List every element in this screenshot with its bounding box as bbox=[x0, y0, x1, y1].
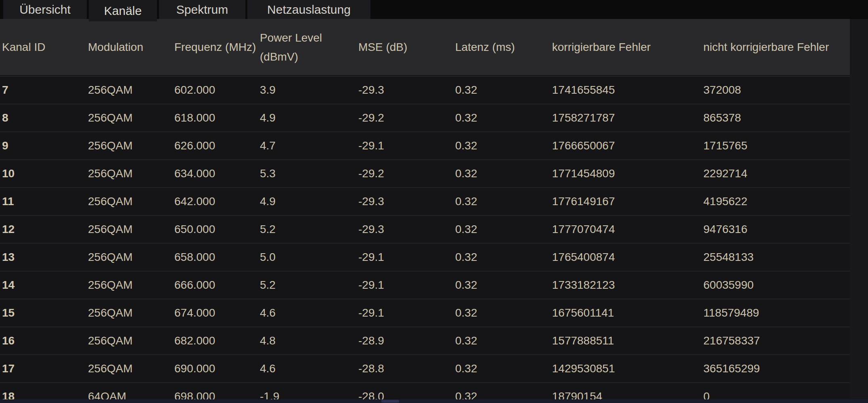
table-row: 13 256QAM 658.000 5.0 -29.1 0.32 1765400… bbox=[0, 243, 850, 271]
tab-bar: Übersicht Kanäle Spektrum Netzauslastung bbox=[0, 0, 868, 19]
cell-korrigierbare-fehler: 1771454809 bbox=[552, 167, 703, 180]
cell-korrigierbare-fehler: 1675601141 bbox=[552, 306, 703, 319]
table-row: 7 256QAM 602.000 3.9 -29.3 0.32 17416558… bbox=[0, 76, 850, 104]
cell-kanal-id: 17 bbox=[2, 362, 88, 375]
cell-korrigierbare-fehler: 1766650067 bbox=[552, 139, 703, 152]
cell-kanal-id: 12 bbox=[2, 223, 88, 236]
cell-latenz: 0.32 bbox=[455, 334, 552, 347]
column-header-power-level-dbmv: Power Level(dBmV) bbox=[260, 28, 358, 66]
cell-latenz: 0.32 bbox=[455, 306, 552, 319]
cell-mse: -29.1 bbox=[358, 251, 455, 264]
cell-latenz: 0.32 bbox=[455, 223, 552, 236]
cell-kanal-id: 15 bbox=[2, 306, 88, 319]
cell-nicht-korrigierbare-fehler: 2292714 bbox=[703, 167, 850, 180]
cell-nicht-korrigierbare-fehler: 865378 bbox=[703, 111, 850, 124]
cell-korrigierbare-fehler: 1758271787 bbox=[552, 111, 703, 124]
tab-uebersicht[interactable]: Übersicht bbox=[3, 0, 87, 19]
cell-power-level: 4.9 bbox=[260, 195, 358, 208]
table-row: 15 256QAM 674.000 4.6 -29.1 0.32 1675601… bbox=[0, 299, 850, 327]
cell-power-level: 4.6 bbox=[260, 306, 358, 319]
cell-modulation: 256QAM bbox=[88, 362, 174, 375]
table-row: 14 256QAM 666.000 5.2 -29.1 0.32 1733182… bbox=[0, 271, 850, 299]
tab-netzauslastung[interactable]: Netzauslastung bbox=[247, 0, 370, 19]
column-header-frequenz-mhz: Frequenz (MHz) bbox=[174, 38, 260, 57]
table-body: 7 256QAM 602.000 3.9 -29.3 0.32 17416558… bbox=[0, 76, 850, 403]
cell-nicht-korrigierbare-fehler: 60035990 bbox=[703, 279, 850, 292]
horizontal-scrollbar-thumb[interactable] bbox=[381, 400, 399, 403]
cell-power-level: 4.8 bbox=[260, 334, 358, 347]
cell-mse: -29.3 bbox=[358, 223, 455, 236]
cell-modulation: 256QAM bbox=[88, 139, 174, 152]
cell-frequenz: 658.000 bbox=[174, 251, 260, 264]
cell-frequenz: 666.000 bbox=[174, 279, 260, 292]
cell-power-level: 5.3 bbox=[260, 167, 358, 180]
column-header-latenz-ms: Latenz (ms) bbox=[455, 38, 552, 57]
cell-frequenz: 674.000 bbox=[174, 306, 260, 319]
cell-nicht-korrigierbare-fehler: 372008 bbox=[703, 84, 850, 97]
cell-modulation: 256QAM bbox=[88, 195, 174, 208]
cell-mse: -28.8 bbox=[358, 362, 455, 375]
cell-latenz: 0.32 bbox=[455, 84, 552, 97]
cell-korrigierbare-fehler: 1577888511 bbox=[552, 334, 703, 347]
cell-modulation: 256QAM bbox=[88, 251, 174, 264]
cell-power-level: 4.7 bbox=[260, 139, 358, 152]
cell-power-level: 4.9 bbox=[260, 111, 358, 124]
cell-nicht-korrigierbare-fehler: 365165299 bbox=[703, 362, 850, 375]
cell-korrigierbare-fehler: 1776149167 bbox=[552, 195, 703, 208]
cell-latenz: 0.32 bbox=[455, 167, 552, 180]
tab-label: Netzauslastung bbox=[267, 3, 351, 17]
cell-mse: -29.3 bbox=[358, 195, 455, 208]
cell-mse: -29.3 bbox=[358, 84, 455, 97]
cell-mse: -29.2 bbox=[358, 111, 455, 124]
cell-modulation: 256QAM bbox=[88, 334, 174, 347]
cell-power-level: 5.2 bbox=[260, 279, 358, 292]
cell-nicht-korrigierbare-fehler: 1715765 bbox=[703, 139, 850, 152]
cell-power-level: 3.9 bbox=[260, 84, 358, 97]
cell-korrigierbare-fehler: 1765400874 bbox=[552, 251, 703, 264]
channel-table: Kanal ID Modulation Frequenz (MHz) Power… bbox=[0, 19, 850, 403]
cell-korrigierbare-fehler: 1741655845 bbox=[552, 84, 703, 97]
cell-latenz: 0.32 bbox=[455, 251, 552, 264]
cell-frequenz: 634.000 bbox=[174, 167, 260, 180]
tab-spektrum[interactable]: Spektrum bbox=[159, 0, 245, 19]
column-header-korrigierbare-fehler: korrigierbare Fehler bbox=[552, 38, 703, 57]
table-row: 16 256QAM 682.000 4.8 -28.9 0.32 1577888… bbox=[0, 327, 850, 355]
cell-nicht-korrigierbare-fehler: 216758337 bbox=[703, 334, 850, 347]
column-header-modulation: Modulation bbox=[88, 38, 174, 57]
cell-kanal-id: 10 bbox=[2, 167, 88, 180]
cell-frequenz: 602.000 bbox=[174, 84, 260, 97]
tab-kanaele[interactable]: Kanäle bbox=[89, 0, 157, 21]
table-row: 11 256QAM 642.000 4.9 -29.3 0.32 1776149… bbox=[0, 187, 850, 215]
horizontal-scrollbar[interactable] bbox=[0, 399, 868, 403]
cell-korrigierbare-fehler: 1777070474 bbox=[552, 223, 703, 236]
cell-modulation: 256QAM bbox=[88, 223, 174, 236]
cell-frequenz: 626.000 bbox=[174, 139, 260, 152]
cell-latenz: 0.32 bbox=[455, 279, 552, 292]
cell-modulation: 256QAM bbox=[88, 306, 174, 319]
cell-power-level: 5.0 bbox=[260, 251, 358, 264]
table-header-row: Kanal ID Modulation Frequenz (MHz) Power… bbox=[0, 19, 850, 76]
tab-label: Kanäle bbox=[104, 4, 142, 18]
cell-latenz: 0.32 bbox=[455, 362, 552, 375]
cell-latenz: 0.32 bbox=[455, 195, 552, 208]
cell-kanal-id: 14 bbox=[2, 279, 88, 292]
cell-kanal-id: 9 bbox=[2, 139, 88, 152]
cell-korrigierbare-fehler: 1733182123 bbox=[552, 279, 703, 292]
cell-kanal-id: 11 bbox=[2, 195, 88, 208]
cell-nicht-korrigierbare-fehler: 9476316 bbox=[703, 223, 850, 236]
column-header-kanal-id: Kanal ID bbox=[2, 38, 88, 57]
table-row: 9 256QAM 626.000 4.7 -29.1 0.32 17666500… bbox=[0, 132, 850, 160]
cell-modulation: 256QAM bbox=[88, 84, 174, 97]
cell-nicht-korrigierbare-fehler: 25548133 bbox=[703, 251, 850, 264]
cell-frequenz: 618.000 bbox=[174, 111, 260, 124]
cell-nicht-korrigierbare-fehler: 4195622 bbox=[703, 195, 850, 208]
right-gutter bbox=[850, 19, 868, 403]
cell-power-level: 4.6 bbox=[260, 362, 358, 375]
table-row: 8 256QAM 618.000 4.9 -29.2 0.32 17582717… bbox=[0, 104, 850, 132]
column-header-mse-db: MSE (dB) bbox=[358, 38, 455, 57]
table-row: 12 256QAM 650.000 5.2 -29.3 0.32 1777070… bbox=[0, 215, 850, 243]
cell-mse: -29.1 bbox=[358, 306, 455, 319]
cell-modulation: 256QAM bbox=[88, 111, 174, 124]
cell-kanal-id: 16 bbox=[2, 334, 88, 347]
cell-mse: -29.2 bbox=[358, 167, 455, 180]
